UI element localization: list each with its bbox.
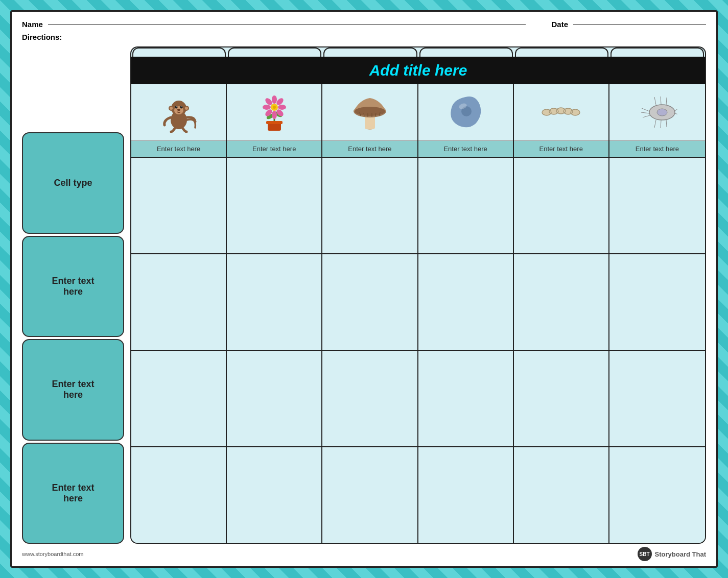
col-label-3[interactable]: Enter text here (418, 140, 513, 157)
data-cell-1-4[interactable] (514, 254, 609, 350)
amoeba-image (418, 84, 513, 140)
title-bar[interactable]: Add title here (131, 57, 705, 84)
date-label: Date (551, 20, 568, 29)
image-cell-0: Enter text here (131, 84, 227, 157)
svg-point-7 (177, 109, 180, 111)
data-cell-3-4[interactable] (514, 447, 609, 543)
svg-line-55 (661, 97, 661, 105)
bacteria-image (514, 84, 608, 140)
svg-line-56 (666, 98, 667, 105)
date-line (573, 24, 706, 25)
data-cell-1-5[interactable] (609, 254, 705, 350)
date-section: Date (551, 20, 706, 29)
svg-point-3 (175, 106, 177, 109)
data-rows (131, 158, 705, 543)
col-label-5[interactable]: Enter text here (609, 140, 705, 157)
header-tabs (131, 47, 705, 57)
data-row-0 (131, 158, 705, 254)
row-label-0[interactable]: Cell type (22, 132, 124, 234)
svg-point-11 (185, 107, 188, 110)
svg-rect-13 (266, 121, 283, 124)
data-cell-3-0[interactable] (131, 447, 227, 543)
data-cell-0-1[interactable] (227, 158, 322, 253)
flower-icon (254, 92, 295, 133)
svg-line-53 (643, 115, 650, 117)
directions-label: Directions: (22, 33, 62, 41)
mushroom-image (322, 84, 417, 140)
col-label-0[interactable]: Enter text here (131, 140, 226, 157)
data-cell-2-4[interactable] (514, 351, 609, 446)
table-area: Cell type Enter texthere Enter texthere … (22, 46, 706, 544)
data-row-3 (131, 447, 705, 543)
svg-point-31 (355, 107, 385, 116)
monkey-image (131, 84, 226, 140)
data-cell-1-0[interactable] (131, 254, 227, 350)
row-label-2[interactable]: Enter texthere (22, 339, 124, 441)
svg-line-52 (641, 112, 649, 113)
data-cell-3-3[interactable] (418, 447, 514, 543)
data-row-2 (131, 351, 705, 447)
data-cell-1-3[interactable] (418, 254, 514, 350)
svg-point-20 (263, 105, 271, 110)
tab-3 (419, 47, 513, 57)
sbt-logo: SBT Storyboard That (638, 547, 706, 561)
row-label-1[interactable]: Enter texthere (22, 236, 124, 338)
paramecium-icon (637, 92, 677, 133)
data-row-1 (131, 254, 705, 351)
data-cell-3-2[interactable] (322, 447, 418, 543)
svg-line-59 (666, 119, 667, 127)
data-cell-2-2[interactable] (322, 351, 418, 446)
svg-line-57 (654, 120, 656, 128)
image-cell-2: Enter text here (322, 84, 418, 157)
svg-point-4 (180, 106, 182, 109)
data-cell-0-0[interactable] (131, 158, 227, 253)
svg-point-19 (272, 111, 277, 119)
mushroom-icon (349, 92, 390, 133)
data-cell-3-1[interactable] (227, 447, 322, 543)
row-label-3[interactable]: Enter texthere (22, 443, 124, 544)
title-text: Add title here (369, 62, 467, 79)
svg-line-54 (654, 97, 656, 105)
data-cell-2-0[interactable] (131, 351, 227, 446)
amoeba-icon (445, 92, 486, 133)
sbt-logo-icon: SBT (638, 547, 652, 561)
grid-area: Add title here (130, 46, 706, 544)
col-label-1[interactable]: Enter text here (227, 140, 321, 157)
left-labels: Cell type Enter texthere Enter texthere … (22, 46, 124, 544)
paramecium-image (609, 84, 705, 140)
image-cell-5: Enter text here (609, 84, 705, 157)
svg-point-62 (657, 109, 667, 116)
data-cell-1-1[interactable] (227, 254, 322, 350)
tab-2 (323, 47, 417, 57)
data-cell-2-1[interactable] (227, 351, 322, 446)
data-cell-1-2[interactable] (322, 254, 418, 350)
data-cell-0-3[interactable] (418, 158, 514, 253)
main-container: Name Date Directions: Cell type Enter te… (10, 10, 718, 568)
svg-point-21 (278, 105, 286, 110)
tab-0 (132, 47, 226, 57)
data-cell-2-3[interactable] (418, 351, 514, 446)
directions-row: Directions: (22, 33, 706, 41)
sbt-brand: Storyboard That (655, 550, 706, 558)
data-cell-2-5[interactable] (609, 351, 705, 446)
svg-point-27 (273, 106, 276, 109)
tab-5 (610, 47, 704, 57)
svg-line-58 (661, 120, 661, 128)
image-cell-1: Enter text here (227, 84, 322, 157)
tab-4 (515, 47, 608, 57)
data-cell-3-5[interactable] (609, 447, 705, 543)
svg-point-9 (170, 107, 173, 110)
name-label: Name (22, 20, 43, 29)
svg-point-6 (181, 106, 182, 107)
data-cell-0-4[interactable] (514, 158, 609, 253)
footer-website: www.storyboardthat.com (22, 551, 83, 557)
data-cell-0-5[interactable] (609, 158, 705, 253)
col-label-4[interactable]: Enter text here (514, 140, 608, 157)
data-cell-0-2[interactable] (322, 158, 418, 253)
flower-image (227, 84, 321, 140)
col-label-2[interactable]: Enter text here (322, 140, 417, 157)
image-cell-4: Enter text here (514, 84, 609, 157)
bacteria-icon (541, 92, 581, 133)
svg-line-60 (674, 108, 677, 111)
image-row: Enter text here (131, 84, 705, 158)
